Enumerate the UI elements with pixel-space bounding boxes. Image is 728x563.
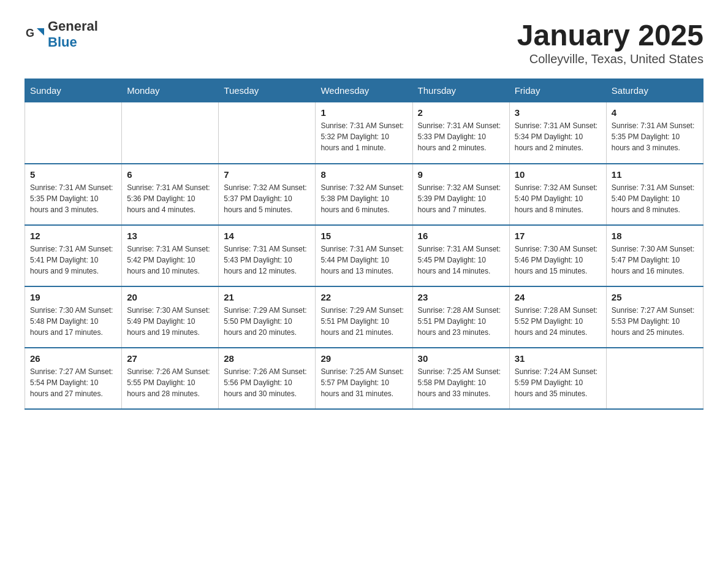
day-number: 11 <box>612 169 698 180</box>
header-day-saturday: Saturday <box>606 79 703 102</box>
day-number: 4 <box>612 107 698 118</box>
day-info: Sunrise: 7:29 AM Sunset: 5:51 PM Dayligh… <box>320 305 407 338</box>
calendar-cell: 29Sunrise: 7:25 AM Sunset: 5:57 PM Dayli… <box>316 348 412 409</box>
day-number: 20 <box>127 292 213 302</box>
calendar-body: 1Sunrise: 7:31 AM Sunset: 5:32 PM Daylig… <box>25 102 703 409</box>
day-number: 18 <box>612 231 698 241</box>
header-day-tuesday: Tuesday <box>219 79 316 102</box>
calendar-cell: 23Sunrise: 7:28 AM Sunset: 5:51 PM Dayli… <box>412 286 509 348</box>
header-day-thursday: Thursday <box>412 79 509 102</box>
calendar-cell: 12Sunrise: 7:31 AM Sunset: 5:41 PM Dayli… <box>25 225 122 286</box>
calendar-cell: 18Sunrise: 7:30 AM Sunset: 5:47 PM Dayli… <box>606 225 703 286</box>
logo-general: General <box>48 18 98 34</box>
calendar-cell: 22Sunrise: 7:29 AM Sunset: 5:51 PM Dayli… <box>316 286 412 348</box>
day-number: 14 <box>224 231 310 241</box>
day-number: 8 <box>320 169 407 180</box>
day-info: Sunrise: 7:27 AM Sunset: 5:54 PM Dayligh… <box>30 366 116 399</box>
day-info: Sunrise: 7:31 AM Sunset: 5:36 PM Dayligh… <box>127 182 213 215</box>
calendar-cell <box>606 348 703 409</box>
header-day-monday: Monday <box>122 79 219 102</box>
day-number: 12 <box>30 231 116 241</box>
calendar-cell: 8Sunrise: 7:32 AM Sunset: 5:38 PM Daylig… <box>316 164 412 225</box>
calendar-cell: 11Sunrise: 7:31 AM Sunset: 5:40 PM Dayli… <box>606 164 703 225</box>
calendar-cell: 30Sunrise: 7:25 AM Sunset: 5:58 PM Dayli… <box>412 348 509 409</box>
day-info: Sunrise: 7:31 AM Sunset: 5:43 PM Dayligh… <box>224 243 310 277</box>
day-number: 1 <box>320 107 407 118</box>
calendar-cell: 27Sunrise: 7:26 AM Sunset: 5:55 PM Dayli… <box>122 348 219 409</box>
day-number: 16 <box>418 231 504 241</box>
day-number: 6 <box>127 169 213 180</box>
calendar-cell: 20Sunrise: 7:30 AM Sunset: 5:49 PM Dayli… <box>122 286 219 348</box>
day-number: 28 <box>224 353 310 364</box>
calendar-cell: 24Sunrise: 7:28 AM Sunset: 5:52 PM Dayli… <box>509 286 606 348</box>
day-number: 31 <box>515 353 601 364</box>
calendar-cell: 21Sunrise: 7:29 AM Sunset: 5:50 PM Dayli… <box>219 286 316 348</box>
day-info: Sunrise: 7:31 AM Sunset: 5:35 PM Dayligh… <box>30 182 116 215</box>
svg-marker-1 <box>37 28 44 36</box>
calendar-cell: 6Sunrise: 7:31 AM Sunset: 5:36 PM Daylig… <box>122 164 219 225</box>
day-info: Sunrise: 7:31 AM Sunset: 5:34 PM Dayligh… <box>515 120 601 153</box>
week-row-4: 19Sunrise: 7:30 AM Sunset: 5:48 PM Dayli… <box>25 286 703 348</box>
day-info: Sunrise: 7:32 AM Sunset: 5:37 PM Dayligh… <box>224 182 310 215</box>
day-number: 24 <box>515 292 601 302</box>
day-info: Sunrise: 7:26 AM Sunset: 5:56 PM Dayligh… <box>224 366 310 399</box>
day-number: 29 <box>320 353 407 364</box>
week-row-3: 12Sunrise: 7:31 AM Sunset: 5:41 PM Dayli… <box>25 225 703 286</box>
calendar-cell: 3Sunrise: 7:31 AM Sunset: 5:34 PM Daylig… <box>509 102 606 164</box>
calendar-cell: 4Sunrise: 7:31 AM Sunset: 5:35 PM Daylig… <box>606 102 703 164</box>
calendar-cell: 26Sunrise: 7:27 AM Sunset: 5:54 PM Dayli… <box>25 348 122 409</box>
day-info: Sunrise: 7:25 AM Sunset: 5:58 PM Dayligh… <box>418 366 504 399</box>
calendar-cell: 2Sunrise: 7:31 AM Sunset: 5:33 PM Daylig… <box>412 102 509 164</box>
calendar-cell: 9Sunrise: 7:32 AM Sunset: 5:39 PM Daylig… <box>412 164 509 225</box>
week-row-2: 5Sunrise: 7:31 AM Sunset: 5:35 PM Daylig… <box>25 164 703 225</box>
day-number: 19 <box>30 292 116 302</box>
day-number: 13 <box>127 231 213 241</box>
calendar-header: SundayMondayTuesdayWednesdayThursdayFrid… <box>25 79 703 102</box>
calendar-cell <box>122 102 219 164</box>
day-number: 2 <box>418 107 504 118</box>
calendar-cell: 10Sunrise: 7:32 AM Sunset: 5:40 PM Dayli… <box>509 164 606 225</box>
calendar-cell <box>25 102 122 164</box>
day-info: Sunrise: 7:27 AM Sunset: 5:53 PM Dayligh… <box>612 305 698 338</box>
header-day-wednesday: Wednesday <box>316 79 412 102</box>
calendar-cell: 15Sunrise: 7:31 AM Sunset: 5:44 PM Dayli… <box>316 225 412 286</box>
svg-text:G: G <box>26 27 34 39</box>
calendar-cell: 7Sunrise: 7:32 AM Sunset: 5:37 PM Daylig… <box>219 164 316 225</box>
day-info: Sunrise: 7:32 AM Sunset: 5:38 PM Dayligh… <box>320 182 407 215</box>
day-number: 25 <box>612 292 698 302</box>
day-info: Sunrise: 7:32 AM Sunset: 5:40 PM Dayligh… <box>515 182 601 215</box>
header-day-friday: Friday <box>509 79 606 102</box>
calendar-cell: 13Sunrise: 7:31 AM Sunset: 5:42 PM Dayli… <box>122 225 219 286</box>
day-info: Sunrise: 7:31 AM Sunset: 5:42 PM Dayligh… <box>127 243 213 277</box>
logo-text: General Blue <box>48 18 98 50</box>
day-number: 7 <box>224 169 310 180</box>
day-info: Sunrise: 7:30 AM Sunset: 5:49 PM Dayligh… <box>127 305 213 338</box>
day-number: 23 <box>418 292 504 302</box>
day-number: 21 <box>224 292 310 302</box>
logo: G General Blue <box>25 18 98 50</box>
day-number: 27 <box>127 353 213 364</box>
calendar-title: January 2025 <box>517 18 703 52</box>
day-number: 5 <box>30 169 116 180</box>
day-info: Sunrise: 7:31 AM Sunset: 5:44 PM Dayligh… <box>320 243 407 277</box>
day-info: Sunrise: 7:24 AM Sunset: 5:59 PM Dayligh… <box>515 366 601 399</box>
day-info: Sunrise: 7:30 AM Sunset: 5:47 PM Dayligh… <box>612 243 698 277</box>
calendar-cell: 31Sunrise: 7:24 AM Sunset: 5:59 PM Dayli… <box>509 348 606 409</box>
header-row: SundayMondayTuesdayWednesdayThursdayFrid… <box>25 79 703 102</box>
day-number: 26 <box>30 353 116 364</box>
day-number: 9 <box>418 169 504 180</box>
week-row-5: 26Sunrise: 7:27 AM Sunset: 5:54 PM Dayli… <box>25 348 703 409</box>
calendar-cell: 17Sunrise: 7:30 AM Sunset: 5:46 PM Dayli… <box>509 225 606 286</box>
day-number: 3 <box>515 107 601 118</box>
day-info: Sunrise: 7:31 AM Sunset: 5:33 PM Dayligh… <box>418 120 504 153</box>
week-row-1: 1Sunrise: 7:31 AM Sunset: 5:32 PM Daylig… <box>25 102 703 164</box>
day-info: Sunrise: 7:31 AM Sunset: 5:32 PM Dayligh… <box>320 120 407 153</box>
day-info: Sunrise: 7:28 AM Sunset: 5:51 PM Dayligh… <box>418 305 504 338</box>
calendar-cell: 25Sunrise: 7:27 AM Sunset: 5:53 PM Dayli… <box>606 286 703 348</box>
header-day-sunday: Sunday <box>25 79 122 102</box>
day-number: 10 <box>515 169 601 180</box>
calendar-table: SundayMondayTuesdayWednesdayThursdayFrid… <box>25 79 703 410</box>
day-number: 15 <box>320 231 407 241</box>
calendar-cell: 5Sunrise: 7:31 AM Sunset: 5:35 PM Daylig… <box>25 164 122 225</box>
day-info: Sunrise: 7:31 AM Sunset: 5:35 PM Dayligh… <box>612 120 698 153</box>
